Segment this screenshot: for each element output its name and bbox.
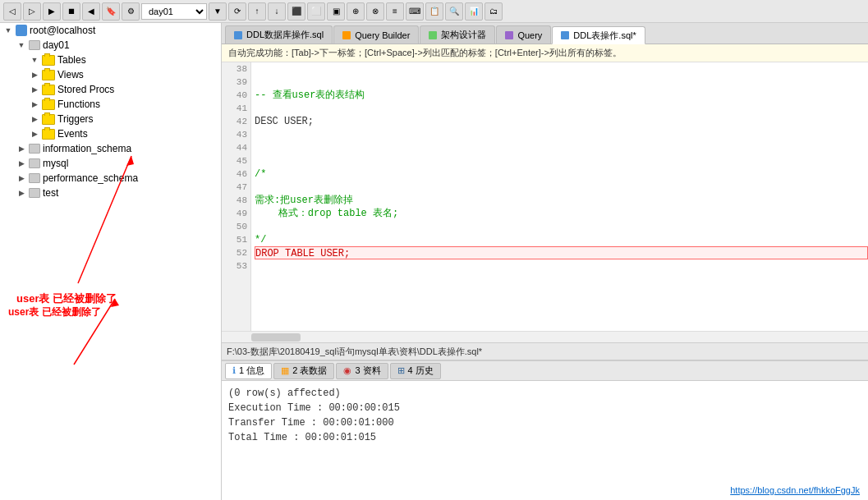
tabledata-icon: ▦: [281, 365, 289, 376]
h-scrollbar[interactable]: [222, 331, 868, 342]
code-editor[interactable]: 38 39 40 41 42 43 44 45 46 47 48 49 50 5…: [222, 62, 868, 331]
ln-41: 41: [222, 102, 250, 115]
annotation-label: user表 已经被删除了: [16, 291, 117, 306]
code-line-50: [255, 220, 868, 233]
ln-50: 50: [222, 220, 250, 233]
annotation-text: user表 已经被删除了: [8, 305, 101, 319]
toolbar-btn-16[interactable]: ⊗: [366, 2, 384, 21]
hint-bar: 自动完成功能：[Tab]->下一标签；[Ctrl+Space]->列出匹配的标签…: [222, 44, 868, 62]
toolbar: ◁ ▷ ▶ ⏹ ◀ 🔖 ⚙ day01 ▼ ⟳ ↑ ↓ ⬛ ⬜ ▣ ⊕ ⊗ ≡ …: [0, 0, 868, 23]
toolbar-btn-6[interactable]: 🔖: [102, 2, 120, 21]
toolbar-btn-1[interactable]: ◁: [3, 2, 21, 21]
code-line-45: [255, 154, 868, 167]
toolbar-btn-8[interactable]: ▼: [209, 2, 227, 21]
ln-48: 48: [222, 194, 250, 207]
folder-icon-functions: [42, 99, 55, 110]
expand-arrow-functions: ▶: [30, 99, 39, 109]
tree-item-perf-schema[interactable]: ▶ performance_schema: [0, 171, 221, 186]
tab-icon-ddl-db: [234, 31, 242, 39]
code-line-48: 需求:把user表删除掉: [255, 194, 868, 207]
bottom-tab-profile-label: 3 资料: [355, 365, 380, 377]
code-line-53: [255, 259, 868, 273]
ln-47: 47: [222, 181, 250, 194]
toolbar-btn-3[interactable]: ▶: [43, 2, 61, 21]
line-numbers: 38 39 40 41 42 43 44 45 46 47 48 49 50 5…: [222, 62, 251, 331]
db-icon-day01: [29, 40, 40, 50]
tree-item-views[interactable]: ▶ Views: [0, 67, 221, 82]
toolbar-btn-10[interactable]: ↑: [248, 2, 266, 21]
watermark[interactable]: https://blog.csdn.net/fhkkoFggJk: [730, 485, 860, 495]
toolbar-btn-18[interactable]: ⌨: [406, 2, 424, 21]
bottom-tab-history[interactable]: ⊞ 4 历史: [390, 363, 441, 379]
bottom-tab-info[interactable]: ℹ 1 信息: [225, 363, 272, 379]
history-icon: ⊞: [397, 365, 405, 376]
toolbar-btn-15[interactable]: ⊕: [347, 2, 365, 21]
toolbar-btn-11[interactable]: ↓: [268, 2, 286, 21]
toolbar-btn-14[interactable]: ▣: [327, 2, 345, 21]
ln-43: 43: [222, 128, 250, 141]
tree-item-test[interactable]: ▶ test: [0, 186, 221, 200]
tree-root[interactable]: ▼ root@localhost: [0, 23, 221, 38]
toolbar-btn-4[interactable]: ⏹: [62, 2, 80, 21]
expand-arrow-events: ▶: [30, 129, 39, 139]
right-panel: DDL数据库操作.sql Query Builder 架构设计器 Query D…: [222, 23, 868, 500]
toolbar-btn-12[interactable]: ⬛: [287, 2, 305, 21]
tree-label-test: test: [43, 187, 58, 199]
tab-icon-schema: [429, 31, 437, 39]
tab-ddl-db[interactable]: DDL数据库操作.sql: [225, 25, 333, 44]
result-line-1: (0 row(s) affected): [228, 386, 861, 401]
tree-item-mysql[interactable]: ▶ mysql: [0, 156, 221, 171]
code-content: -- 查看user表的表结构 DESC USER; /* 需求:把user表删除…: [251, 62, 868, 331]
tree-item-day01[interactable]: ▼ day01: [0, 38, 221, 53]
toolbar-btn-5[interactable]: ◀: [82, 2, 100, 21]
bottom-tab-tabledata[interactable]: ▦ 2 表数据: [273, 363, 334, 379]
toolbar-btn-13[interactable]: ⬜: [307, 2, 325, 21]
tab-label-ddl-db: DDL数据库操作.sql: [246, 29, 324, 41]
code-line-39: [255, 76, 868, 89]
folder-icon-triggers: [42, 114, 55, 125]
bottom-tab-profile[interactable]: ◉ 3 资料: [336, 363, 388, 379]
tree-label-stored-procs: Stored Procs: [57, 84, 114, 95]
tree-label-tables: Tables: [57, 54, 86, 66]
tree-item-stored-procs[interactable]: ▶ Stored Procs: [0, 82, 221, 97]
expand-arrow-stored-procs: ▶: [30, 85, 39, 94]
db-icon-perf-schema: [29, 173, 40, 183]
tree-item-functions[interactable]: ▶ Functions: [0, 97, 221, 112]
code-line-46: /*: [255, 167, 868, 181]
h-scrollbar-thumb[interactable]: [251, 333, 301, 342]
ln-42: 42: [222, 115, 250, 128]
toolbar-btn-2[interactable]: ▷: [23, 2, 41, 21]
filepath-text: F:\03-数据库\20180419_sql语句mysql单表\资料\DDL表操…: [227, 346, 482, 358]
bottom-panel: ℹ 1 信息 ▦ 2 表数据 ◉ 3 资料 ⊞ 4 历史: [222, 360, 868, 500]
code-line-51: */: [255, 233, 868, 246]
tab-ddl-table[interactable]: DDL表操作.sql*: [552, 26, 645, 44]
ln-51: 51: [222, 233, 250, 246]
profile-icon: ◉: [343, 365, 351, 376]
code-line-43: [255, 128, 868, 141]
tab-label-ddl-table: DDL表操作.sql*: [573, 30, 636, 42]
expand-arrow-triggers: ▶: [30, 114, 39, 124]
toolbar-btn-20[interactable]: 🔍: [445, 2, 463, 21]
toolbar-btn-17[interactable]: ≡: [386, 2, 404, 21]
toolbar-btn-9[interactable]: ⟳: [228, 2, 246, 21]
tree-item-events[interactable]: ▶ Events: [0, 126, 221, 141]
tab-query-builder[interactable]: Query Builder: [333, 25, 419, 44]
result-line-2: Execution Time : 00:00:00:015: [228, 401, 861, 415]
tab-icon-qb: [342, 31, 351, 39]
tab-schema-designer[interactable]: 架构设计器: [420, 25, 495, 44]
tree-item-info-schema[interactable]: ▶ information_schema: [0, 141, 221, 156]
toolbar-btn-21[interactable]: 📊: [465, 2, 483, 21]
tree-root-label: root@localhost: [30, 25, 95, 36]
toolbar-btn-19[interactable]: 📋: [425, 2, 443, 21]
tree-label-triggers: Triggers: [57, 113, 94, 125]
db-icon-test: [29, 188, 40, 198]
tree-item-tables[interactable]: ▼ Tables: [0, 53, 221, 67]
toolbar-btn-7[interactable]: ⚙: [122, 2, 140, 21]
bottom-content: (0 row(s) affected) Execution Time : 00:…: [222, 381, 868, 450]
tab-query[interactable]: Query: [496, 25, 551, 44]
toolbar-btn-22[interactable]: 🗂: [485, 2, 503, 21]
result-line-3: Transfer Time : 00:00:01:000: [228, 415, 861, 430]
tree-item-triggers[interactable]: ▶ Triggers: [0, 112, 221, 126]
expand-arrow-info-schema: ▶: [16, 144, 26, 154]
database-dropdown[interactable]: day01: [141, 3, 207, 20]
